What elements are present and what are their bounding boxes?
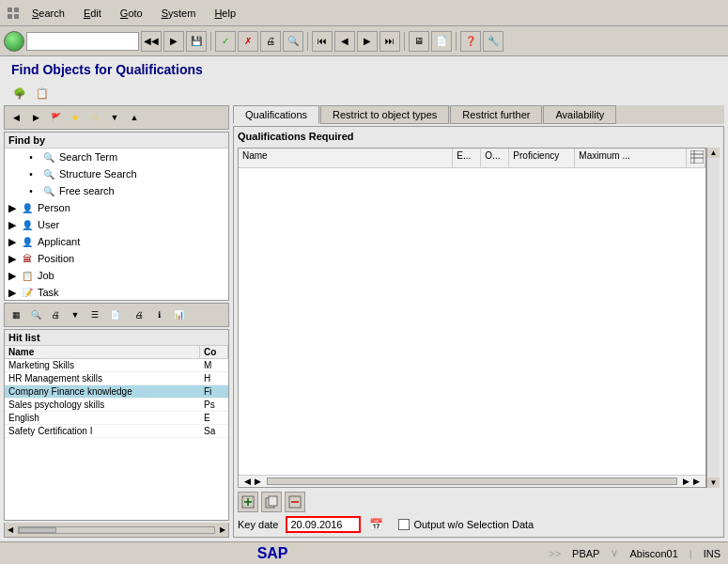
menu-search[interactable]: Search xyxy=(28,6,69,21)
expand-icon[interactable]: 🌳 xyxy=(11,85,28,102)
list-item[interactable]: HR Management skills H xyxy=(5,372,228,385)
command-field[interactable] xyxy=(26,32,139,51)
find-item-person[interactable]: ▶ 👤 Person xyxy=(5,199,228,216)
output-checkbox[interactable] xyxy=(398,519,410,530)
find-item-task[interactable]: ▶ 📝 Task xyxy=(5,284,228,297)
nav4-btn[interactable]: ⏭ xyxy=(379,31,400,52)
nav1-btn[interactable]: ⏮ xyxy=(312,31,333,52)
list-item[interactable]: Safety Certification I Sa xyxy=(5,425,228,438)
find-item-job[interactable]: ▶ 📋 Job xyxy=(5,267,228,284)
cancel-btn[interactable]: ✗ xyxy=(238,31,258,52)
search-term-label: Search Term xyxy=(59,151,117,163)
find-item-free-search[interactable]: • 🔍 Free search xyxy=(5,182,228,199)
key-date-input[interactable] xyxy=(286,516,361,533)
fwd-btn[interactable]: ▶ xyxy=(26,108,45,127)
view2-btn[interactable]: 🔍 xyxy=(26,306,45,324)
up-btn[interactable]: ▲ xyxy=(125,108,144,127)
print3-btn[interactable]: 🖨 xyxy=(130,306,148,324)
find-item-position[interactable]: ▶ 🏛 Position xyxy=(5,250,228,267)
page-title-bar: Find Objects for Qualifications xyxy=(0,56,728,81)
scroll-up-btn[interactable]: ▲ xyxy=(707,148,720,158)
status-bar: SAP >> PBAP ∨ Abiscon01 | INS xyxy=(0,541,728,564)
menu-goto[interactable]: Goto xyxy=(116,6,147,21)
applicant-icon: 👤 xyxy=(20,234,35,249)
win1-btn[interactable]: 🖥 xyxy=(409,31,429,52)
cust-btn[interactable]: 🔧 xyxy=(483,31,503,52)
col-name: Name xyxy=(5,346,200,358)
scroll-track[interactable] xyxy=(18,526,215,534)
view1-btn[interactable]: ▦ xyxy=(7,306,25,324)
person-icon: 👤 xyxy=(20,200,35,215)
tab-restrict-object[interactable]: Restrict to object types xyxy=(320,105,449,124)
filter3-btn[interactable]: ☰ xyxy=(85,306,104,324)
status-sep2: ∨ xyxy=(611,547,618,559)
qual-table-body xyxy=(239,168,705,475)
scroll-left-btn[interactable]: ◀ xyxy=(5,525,16,534)
find-item-applicant[interactable]: ▶ 👤 Applicant xyxy=(5,233,228,250)
nav-far-right-btn[interactable]: ▶ xyxy=(681,477,691,486)
menu-system[interactable]: System xyxy=(158,6,200,21)
nav-far-right2-btn[interactable]: ▶ xyxy=(691,477,702,486)
list-item[interactable]: English E xyxy=(5,412,228,425)
find-item-search-term[interactable]: • 🔍 Search Term xyxy=(5,149,228,165)
find-by-list: • 🔍 Search Term • 🔍 Structure Search • 🔍… xyxy=(5,149,228,297)
filter-btn[interactable]: ▼ xyxy=(105,108,124,127)
find-btn[interactable]: 🔍 xyxy=(283,31,303,52)
qual-col-e: E... xyxy=(453,149,481,167)
page-title: Find Objects for Qualifications xyxy=(11,62,717,77)
qual-side-scroll: ▲ ▼ xyxy=(706,148,720,488)
shortcut-btn[interactable]: ✓ xyxy=(215,31,236,52)
bottom-left-toolbar: ▦ 🔍 🖨 ▼ ☰ 📄 🖨 ℹ 📊 xyxy=(4,303,229,327)
export-btn[interactable]: 📊 xyxy=(169,306,188,324)
output-checkbox-row: Output w/o Selection Data xyxy=(398,519,534,530)
win2-btn[interactable]: 📄 xyxy=(431,31,452,52)
nav3-btn[interactable]: ▶ xyxy=(357,31,378,52)
back-btn[interactable]: ◀ xyxy=(7,108,25,127)
find-item-user[interactable]: ▶ 👤 User xyxy=(5,216,228,233)
config-icon[interactable]: 📋 xyxy=(34,85,51,102)
free-search-icon: 🔍 xyxy=(41,183,56,198)
flag-btn[interactable]: 🚩 xyxy=(46,108,65,127)
qual-table: Name E... O... Proficiency Maximum ... xyxy=(238,148,706,488)
star2-btn[interactable]: ☆ xyxy=(85,108,104,127)
row-name: English xyxy=(5,412,200,424)
detail-btn[interactable]: 📄 xyxy=(105,306,124,324)
save-btn[interactable]: 💾 xyxy=(186,31,207,52)
list-item[interactable]: Sales psychology skills Ps xyxy=(5,399,228,412)
scroll-right-btn[interactable]: ▶ xyxy=(217,525,228,534)
menu-edit[interactable]: Edit xyxy=(80,6,105,21)
help-btn[interactable]: ❓ xyxy=(460,31,481,52)
menu-help[interactable]: Help xyxy=(210,6,240,21)
find-item-structure-search[interactable]: • 🔍 Structure Search xyxy=(5,165,228,182)
tab-qualifications[interactable]: Qualifications xyxy=(233,105,319,124)
nav2-btn[interactable]: ◀ xyxy=(334,31,355,52)
bottom-actions-row xyxy=(238,492,720,512)
list-item[interactable]: Marketing Skills M xyxy=(5,359,228,372)
add-row-btn[interactable] xyxy=(238,492,258,512)
tab-restrict-further[interactable]: Restrict further xyxy=(450,105,542,124)
position-label: Position xyxy=(38,253,74,264)
print-btn[interactable]: 🖨 xyxy=(260,31,281,52)
row-code: Sa xyxy=(200,425,228,437)
star-btn[interactable]: ★ xyxy=(66,108,85,127)
row-name: Company Finance knowledge xyxy=(5,385,200,398)
toolbar: ◀◀ ▶ 💾 ✓ ✗ 🖨 🔍 ⏮ ◀ ▶ ⏭ 🖥 📄 ❓ 🔧 xyxy=(0,26,728,56)
calendar-icon[interactable]: 📅 xyxy=(369,518,383,531)
execute-button[interactable] xyxy=(4,31,24,52)
delete-row-btn[interactable] xyxy=(285,492,305,512)
nav-scroll-track[interactable] xyxy=(267,478,677,485)
tab-availability[interactable]: Availability xyxy=(543,105,616,124)
sap-logo: SAP xyxy=(8,545,537,562)
user-label: User xyxy=(38,219,59,230)
filter2-btn[interactable]: ▼ xyxy=(66,306,85,324)
scroll-down-btn[interactable]: ▼ xyxy=(707,478,720,488)
list-item[interactable]: Company Finance knowledge Fi xyxy=(5,385,228,399)
copy-btn[interactable] xyxy=(261,492,282,512)
nav-fwd-btn[interactable]: ▶ xyxy=(163,31,184,52)
sep2 xyxy=(307,32,308,51)
print2-btn[interactable]: 🖨 xyxy=(46,306,65,324)
nav-left-btn[interactable]: ◀ xyxy=(242,477,253,486)
nav-right-btn[interactable]: ▶ xyxy=(253,477,263,486)
info-btn[interactable]: ℹ xyxy=(149,306,168,324)
nav-back-btn[interactable]: ◀◀ xyxy=(141,31,162,52)
